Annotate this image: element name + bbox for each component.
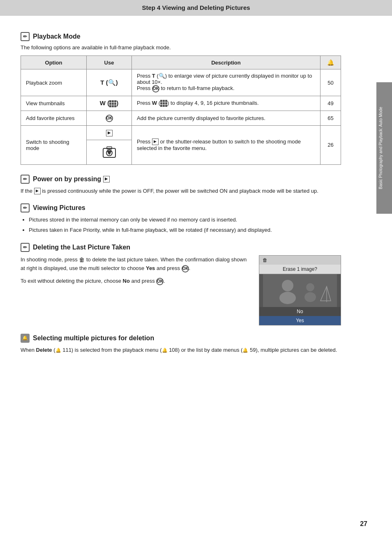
selecting-multiple-heading: 🔔 Selecting multiple pictures for deleti… [21,334,341,343]
svg-point-7 [279,292,296,304]
desc-switch-shooting: Press ▶ or the shutter-release button to… [132,125,321,164]
list-item: Pictures stored in the internal memory c… [29,216,341,224]
use-playback-zoom: T (🔍) [87,69,132,96]
use-switch-play: ▶ [87,125,132,140]
ok-symbol3: OK [156,278,164,285]
option-view-thumbnails: View thumbnails [21,96,87,111]
page-number: 27 [360,520,367,528]
viewing-pictures-title: Viewing Pictures [33,204,85,212]
use-switch-down [87,140,132,164]
preview-top: 🗑 [259,256,341,265]
deleting-last-heading: ✏ Deleting the Last Picture Taken [21,243,341,252]
playback-mode-heading: ✏ Playback Mode [21,32,341,41]
camera-preview: 🗑 Erase 1 image? [259,255,341,325]
table-row: Add favorite pictures OK Add the picture… [21,111,341,125]
power-on-heading: ✏ Power on by pressing ▶ [21,175,341,184]
svg-rect-5 [263,274,337,307]
power-on-body: If the ▶ is pressed continuously while t… [21,187,341,196]
svg-point-8 [306,283,314,291]
deleting-last-title: Deleting the Last Picture Taken [33,244,130,251]
power-on-title: Power on by pressing ▶ [33,175,110,183]
preview-yes: Yes [259,316,341,325]
selecting-multiple-body: When Delete (🔔 111) is selected from the… [21,346,341,355]
play-symbol: ▶ [106,130,113,136]
col-header-option: Option [21,56,87,69]
option-switch-shooting: Switch to shooting mode [21,125,87,164]
playback-mode-title: Playback Mode [33,33,81,40]
selecting-multiple-title: Selecting multiple pictures for deletion [33,335,154,342]
preview-no: No [259,307,341,316]
grid-icon2 [160,100,167,107]
header-title: Step 4 Viewing and Deleting Pictures [142,4,250,11]
table-row: Switch to shooting mode ▶ Press ▶ or the… [21,125,341,140]
desc-add-favorite: Add the picture currently displayed to f… [132,111,321,125]
deleting-last-content: In shooting mode, press 🗑 to delete the … [21,255,341,325]
page-playback-zoom: 50 [321,69,341,96]
sidebar-label: Basic Photography and Playback: Auto Mod… [376,82,392,214]
svg-point-6 [282,280,293,291]
svg-point-9 [304,292,316,302]
col-header-description: Description [132,56,321,69]
page-view-thumbnails: 49 [321,96,341,111]
pencil-icon5: 🔔 [21,334,30,343]
main-content: ✏ Playback Mode The following options ar… [0,16,362,367]
ok-symbol2: OK [182,265,189,272]
table-row: Playback zoom T (🔍) Press T (🔍) to enlar… [21,69,341,96]
pencil-icon: ✏ [21,32,30,41]
camera-shutter-icon [101,143,118,160]
play-symbol3: ▶ [103,176,110,182]
deleting-body1: In shooting mode, press 🗑 to delete the … [21,255,251,273]
list-item: Pictures taken in Face Priority, while i… [29,226,341,235]
ok-symbol: OK [106,115,113,122]
page-header: Step 4 Viewing and Deleting Pictures [0,0,392,16]
deleting-body2: To exit without deleting the picture, ch… [21,277,251,286]
page-add-favorite: 65 [321,111,341,125]
play-symbol4: ▶ [34,188,41,194]
option-add-favorite: Add favorite pictures [21,111,87,125]
options-table: Option Use Description 🔔 Playback zoom T… [21,55,341,165]
col-header-use: Use [87,56,132,69]
grid-icon [109,100,116,107]
trash-preview-icon: 🗑 [263,257,267,263]
col-header-page: 🔔 [321,56,341,69]
table-row: View thumbnails W () Press W () to displ… [21,96,341,111]
pencil-icon3: ✏ [21,203,30,212]
pencil-icon2: ✏ [21,175,30,184]
deleting-last-text: In shooting mode, press 🗑 to delete the … [21,255,251,290]
desc-playback-zoom: Press T (🔍) to enlarge view of picture c… [132,69,321,96]
preview-image [263,274,337,307]
viewing-pictures-bullets: Pictures stored in the internal memory c… [29,216,341,235]
option-playback-zoom: Playback zoom [21,69,87,96]
viewing-pictures-heading: ✏ Viewing Pictures [21,203,341,212]
page-switch-shooting: 26 [321,125,341,164]
pencil-icon4: ✏ [21,243,30,252]
desc-view-thumbnails: Press W () to display 4, 9, 16 picture t… [132,96,321,111]
play-symbol2: ▶ [152,138,159,145]
erase-label: Erase 1 image? [259,265,341,274]
use-add-favorite: OK [87,111,132,125]
use-view-thumbnails: W () [87,96,132,111]
trash-icon: 🗑 [79,256,85,263]
preview-body [259,274,341,307]
svg-marker-4 [107,151,112,155]
playback-mode-subtitle: The following options are available in f… [21,44,341,51]
